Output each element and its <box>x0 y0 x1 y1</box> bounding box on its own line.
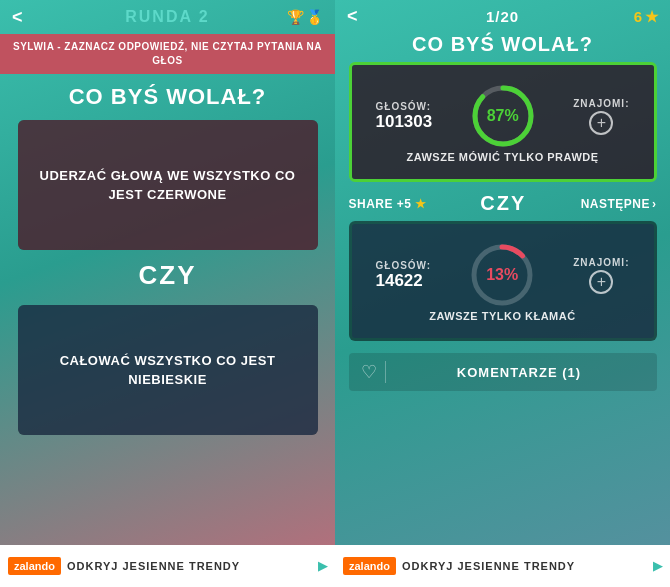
right-question-title: CO BYŚ WOLAŁ? <box>412 33 593 56</box>
left-question-pre: CO BYŚ <box>69 84 166 109</box>
right-header: < 1/20 6 ★ <box>335 0 670 33</box>
comments-divider <box>385 361 386 383</box>
card1-znajomi-plus[interactable]: + <box>589 111 613 135</box>
card2-znajomi-plus[interactable]: + <box>589 270 613 294</box>
share-label: SHARE +5 <box>349 197 412 211</box>
right-ad-text: ODKRYJ JESIENNE TRENDY <box>402 560 575 572</box>
trophy-icon-2: 🥇 <box>306 9 323 25</box>
card2-percent-label: 13% <box>467 240 537 310</box>
card1-inner: GŁOSÓW: 101303 87% ZNAJOMI: + <box>376 81 630 151</box>
heart-icon[interactable]: ♡ <box>361 361 377 383</box>
card2-znajomi-label: ZNAJOMI: <box>573 257 629 268</box>
nastepne-label: NASTĘPNE <box>581 197 650 211</box>
card1-votes-section: GŁOSÓW: 101303 <box>376 101 433 132</box>
left-panel: < RUNDA 2 🏆 🥇 SYLWIA - ZAZNACZ ODPOWIEDŹ… <box>0 0 335 587</box>
card2-option-label: ZAWSZE TYLKO KŁAMAĆ <box>376 310 630 324</box>
right-question-bold: WOLAŁ? <box>501 33 593 55</box>
star-count-value: 6 <box>634 8 642 25</box>
right-ad-bar[interactable]: zalando ODKRYJ JESIENNE TRENDY ▶ <box>335 545 670 587</box>
right-panel: < 1/20 6 ★ CO BYŚ WOLAŁ? GŁOSÓW: 101303 <box>335 0 670 587</box>
action-czy: CZY <box>480 192 526 215</box>
card2-inner: GŁOSÓW: 14622 13% ZNAJOMI: + <box>376 240 630 310</box>
right-question-pre: CO BYŚ <box>412 33 501 55</box>
left-ad-bar[interactable]: zalando ODKRYJ JESIENNE TRENDY ▶ <box>0 545 335 587</box>
left-option2-text: CAŁOWAĆ WSZYSTKO CO JEST NIEBIESKIE <box>30 351 306 390</box>
stars-count: 6 ★ <box>634 8 658 26</box>
comments-label: KOMENTARZE (1) <box>394 365 645 380</box>
card1-content: GŁOSÓW: 101303 87% ZNAJOMI: + ZAWSZE MÓW… <box>364 73 642 171</box>
left-question-bold: WOLAŁ? <box>166 84 266 109</box>
left-czy-divider: CZY <box>139 260 197 291</box>
nastepne-button[interactable]: NASTĘPNE › <box>581 197 657 211</box>
card2-votes-label: GŁOSÓW: <box>376 260 432 271</box>
comments-row[interactable]: ♡ KOMENTARZE (1) <box>349 353 657 391</box>
card2-votes-count: 14622 <box>376 271 432 291</box>
trophy-icons: 🏆 🥇 <box>287 9 323 25</box>
trophy-icon-1: 🏆 <box>287 9 304 25</box>
right-zalando-logo: zalando <box>343 557 396 575</box>
card2-circle: 13% <box>467 240 537 310</box>
card1-percent-label: 87% <box>468 81 538 151</box>
left-zalando-logo: zalando <box>8 557 61 575</box>
left-back-arrow[interactable]: < <box>12 7 23 28</box>
card1-znajomi-label: ZNAJOMI: <box>573 98 629 109</box>
left-ad-arrow: ▶ <box>318 559 327 573</box>
action-row: SHARE +5 ★ CZY NASTĘPNE › <box>349 186 657 221</box>
share-button[interactable]: SHARE +5 ★ <box>349 197 427 211</box>
right-back-arrow[interactable]: < <box>347 6 358 27</box>
left-header: < RUNDA 2 🏆 🥇 <box>0 0 335 34</box>
sylwia-bar: SYLWIA - ZAZNACZ ODPOWIEDŹ, NIE CZYTAJ P… <box>0 34 335 74</box>
left-option1-text: UDERZAĆ GŁOWĄ WE WSZYSTKO CO JEST CZERWO… <box>30 166 306 205</box>
card2-content: GŁOSÓW: 14622 13% ZNAJOMI: + ZAWSZE TYLK… <box>364 232 642 330</box>
right-ad-arrow: ▶ <box>653 559 662 573</box>
left-option2-card[interactable]: CAŁOWAĆ WSZYSTKO CO JEST NIEBIESKIE <box>18 305 318 435</box>
progress-text: 1/20 <box>486 8 519 25</box>
card2-znajomi-section: ZNAJOMI: + <box>573 257 629 294</box>
card1-znajomi-section: ZNAJOMI: + <box>573 98 629 135</box>
card1-option-label: ZAWSZE MÓWIĆ TYLKO PRAWDĘ <box>376 151 630 165</box>
share-star-icon: ★ <box>415 197 427 211</box>
card1-circle: 87% <box>468 81 538 151</box>
card2-votes-section: GŁOSÓW: 14622 <box>376 260 432 291</box>
nastepne-arrow: › <box>652 197 657 211</box>
left-option1-card[interactable]: UDERZAĆ GŁOWĄ WE WSZYSTKO CO JEST CZERWO… <box>18 120 318 250</box>
result-card-1[interactable]: GŁOSÓW: 101303 87% ZNAJOMI: + ZAWSZE MÓW… <box>349 62 657 182</box>
round-title: RUNDA 2 <box>125 8 210 26</box>
result-card-2[interactable]: GŁOSÓW: 14622 13% ZNAJOMI: + ZAWSZE TYLK… <box>349 221 657 341</box>
left-ad-text: ODKRYJ JESIENNE TRENDY <box>67 560 240 572</box>
star-icon: ★ <box>645 8 658 26</box>
card1-votes-label: GŁOSÓW: <box>376 101 433 112</box>
left-question-title: CO BYŚ WOLAŁ? <box>69 84 267 110</box>
card1-votes-count: 101303 <box>376 112 433 132</box>
